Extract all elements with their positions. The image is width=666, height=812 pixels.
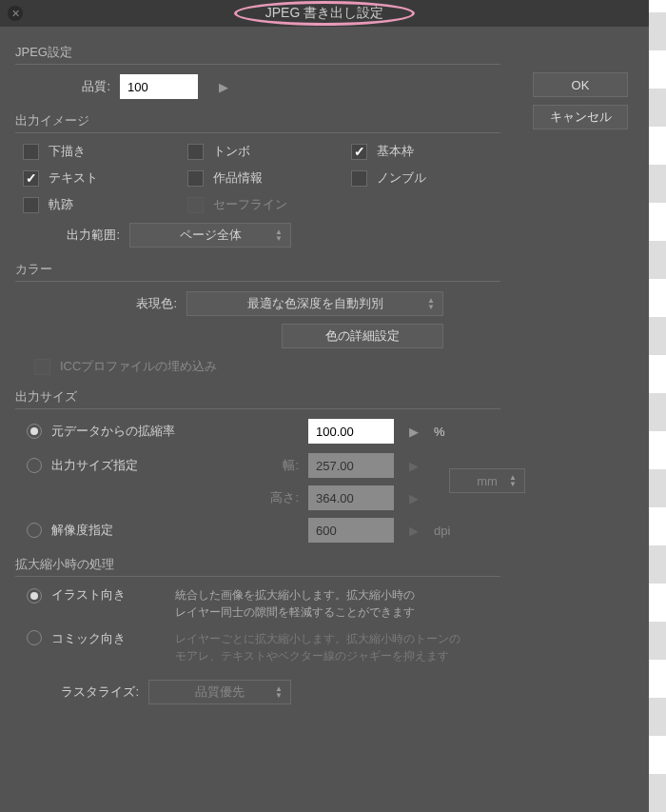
- rasterize-label: ラスタライズ:: [15, 683, 148, 701]
- chevron-updown-icon: ▲▼: [509, 474, 517, 487]
- checkbox-icc: [34, 359, 50, 375]
- rasterize-dropdown: 品質優先 ▲▼: [148, 680, 291, 704]
- cancel-button[interactable]: キャンセル: [533, 105, 628, 129]
- illust-description: 統合した画像を拡大縮小します。拡大縮小時の レイヤー同士の隙間を軽減することがで…: [175, 586, 415, 621]
- color-detail-button[interactable]: 色の詳細設定: [282, 324, 443, 348]
- chevron-updown-icon: ▲▼: [275, 228, 283, 242]
- arrow-right-icon: ▶: [409, 524, 419, 538]
- radio-illust[interactable]: [27, 588, 42, 604]
- quality-input[interactable]: [120, 74, 198, 99]
- close-button[interactable]: ✕: [8, 6, 23, 21]
- expr-color-dropdown[interactable]: 最適な色深度を自動判別 ▲▼: [186, 291, 443, 316]
- output-range-label: 出力範囲:: [15, 227, 129, 244]
- section-color: カラー: [15, 261, 500, 278]
- width-input: [308, 453, 394, 478]
- resolution-input: [308, 518, 394, 543]
- checkbox-nombre[interactable]: [351, 170, 367, 187]
- arrow-right-icon[interactable]: ▶: [409, 425, 419, 439]
- radio-size[interactable]: [27, 458, 42, 473]
- arrow-right-icon: ▶: [409, 459, 419, 473]
- quality-label: 品質:: [15, 78, 120, 95]
- checkbox-safe-line: [187, 197, 204, 213]
- arrow-right-icon: ▶: [409, 491, 419, 505]
- checkbox-tombo[interactable]: [187, 144, 204, 160]
- title-bar: ✕ JPEG 書き出し設定: [0, 0, 649, 27]
- comic-description: レイヤーごとに拡大縮小します。拡大縮小時のトーンの モアレ、テキストやベクター線…: [175, 630, 460, 664]
- chevron-updown-icon: ▲▼: [427, 297, 435, 310]
- radio-comic[interactable]: [27, 630, 42, 645]
- section-jpeg: JPEG設定: [15, 44, 500, 61]
- expr-color-label: 表現色:: [15, 295, 186, 312]
- radio-resolution[interactable]: [27, 523, 42, 538]
- dialog-title: JPEG 書き出し設定: [265, 5, 383, 22]
- section-scaling: 拡大縮小時の処理: [15, 556, 500, 573]
- background-sliver: [649, 0, 666, 812]
- checkbox-work-info[interactable]: [187, 170, 204, 187]
- scale-input[interactable]: [308, 419, 394, 444]
- chevron-updown-icon: ▲▼: [275, 685, 283, 699]
- output-range-dropdown[interactable]: ページ全体 ▲▼: [129, 223, 291, 248]
- ok-button[interactable]: OK: [533, 72, 628, 97]
- radio-scale[interactable]: [27, 424, 42, 439]
- checkbox-draft[interactable]: [23, 144, 39, 160]
- checkbox-base-frame[interactable]: [351, 144, 367, 160]
- checkbox-trajectory[interactable]: [23, 197, 39, 213]
- arrow-right-icon[interactable]: ▶: [219, 80, 228, 94]
- section-output-size: 出力サイズ: [15, 388, 500, 406]
- checkbox-text[interactable]: [23, 170, 39, 187]
- height-input: [308, 485, 394, 510]
- section-output-image: 出力イメージ: [15, 112, 500, 129]
- unit-dropdown: mm ▲▼: [449, 468, 525, 493]
